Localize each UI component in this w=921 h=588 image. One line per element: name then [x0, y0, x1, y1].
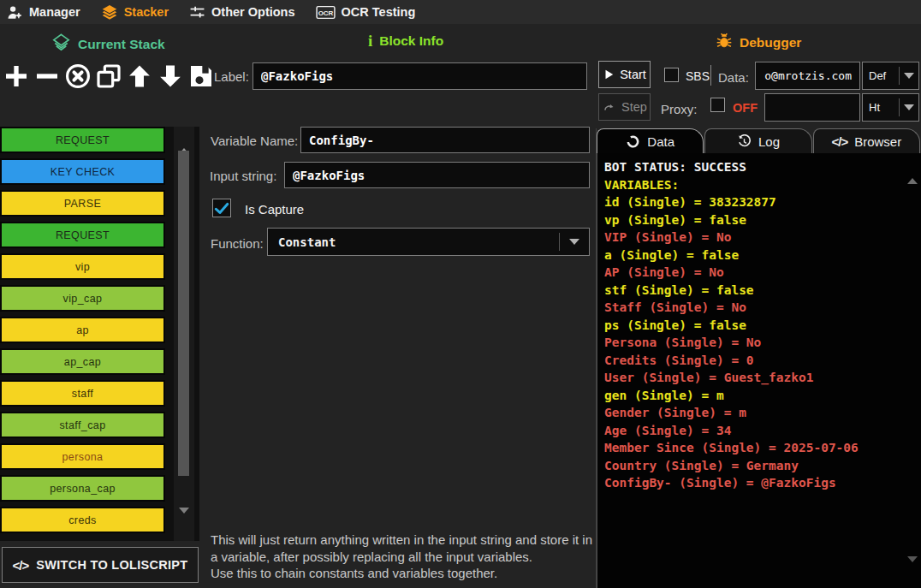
tab-log[interactable]: Log [704, 128, 811, 153]
stack-block[interactable]: ap [0, 317, 165, 343]
debug-output-line: BOT STATUS: SUCCESS [604, 158, 907, 176]
function-value: Constant [268, 235, 559, 249]
current-stack-header: Current Stack [51, 33, 165, 56]
stack-panel: REQUEST KEY CHECK PARSE REQUEST vip vip_… [0, 127, 199, 541]
menu-item-ocr-testing[interactable]: OCR OCR Testing [316, 5, 416, 20]
stack-block[interactable]: staff [0, 380, 165, 407]
debug-output-line: ConfigBy- (Single) = @FazkoFigs [604, 474, 907, 492]
remove-block-button[interactable] [33, 60, 62, 92]
test-data-input[interactable] [755, 62, 860, 90]
stack-toolbar [2, 60, 216, 92]
stack-block-list: REQUEST KEY CHECK PARSE REQUEST vip vip_… [0, 127, 165, 538]
stack-block[interactable]: REQUEST [0, 222, 165, 248]
stack-block[interactable]: PARSE [0, 190, 165, 217]
tab-data[interactable]: Data [597, 128, 704, 153]
debug-output-line: Member Since (Single) = 2025-07-06 [604, 439, 907, 457]
add-block-button[interactable] [2, 60, 31, 92]
label-caption: Label: [214, 69, 249, 84]
data-caption: Data: [718, 70, 749, 85]
menu-item-label: Manager [29, 5, 80, 19]
input-string-input[interactable] [284, 162, 590, 188]
stack-block[interactable]: staff_cap [0, 412, 165, 438]
debug-output-line: Persona (Single) = No [604, 334, 907, 352]
output-scroll-down[interactable] [907, 562, 918, 578]
proxy-input[interactable] [764, 93, 860, 122]
debug-output-line: ps (Single) = false [604, 317, 907, 335]
block-label-input[interactable] [253, 62, 587, 90]
debug-output-line: VARIABLES: [604, 176, 907, 194]
stack-block[interactable]: creds [0, 507, 165, 533]
stack-block[interactable]: ap_cap [0, 348, 165, 375]
menu-item-stacker[interactable]: Stacker [101, 3, 169, 21]
disable-block-button[interactable] [63, 60, 92, 92]
block-description: This will just return anything written i… [211, 532, 597, 582]
tab-label: Data [647, 134, 674, 149]
debug-output-line: stf (Single) = false [604, 282, 907, 300]
move-down-button[interactable] [156, 60, 185, 92]
wordlist-type-dropdown[interactable]: Def [862, 62, 919, 90]
debug-output-line: Staff (Single) = No [604, 299, 907, 317]
stack-scroll-thumb[interactable] [178, 151, 189, 476]
move-up-button[interactable] [125, 60, 154, 92]
save-button[interactable] [187, 60, 216, 92]
menu-item-other-options[interactable]: Other Options [189, 4, 294, 21]
sbs-checkbox[interactable] [664, 68, 679, 82]
start-button[interactable]: Start [598, 61, 651, 88]
step-button[interactable]: Step [598, 93, 651, 121]
proxy-type-dropdown[interactable]: Ht [862, 93, 919, 122]
tab-label: Browser [854, 134, 901, 149]
play-icon [603, 68, 615, 80]
bug-icon [716, 33, 733, 53]
debug-output-line: Gender (Single) = m [604, 404, 907, 422]
function-dropdown[interactable]: Constant [267, 228, 590, 256]
app-window: Manager Stacker Other Options [0, 0, 921, 588]
proxy-caption: Proxy: [661, 102, 698, 116]
debugger-output-text: BOT STATUS: SUCCESS VARIABLES: id (Singl… [604, 158, 907, 492]
stack-scrollbar [174, 127, 194, 541]
top-menu-bar: Manager Stacker Other Options [0, 0, 921, 24]
chevron-down-icon [900, 104, 918, 110]
code-icon: </> [13, 558, 29, 573]
menu-item-manager[interactable]: Manager [7, 4, 80, 21]
chevron-down-icon [900, 73, 918, 79]
stack-block[interactable]: vip [0, 253, 165, 280]
proxy-checkbox[interactable] [710, 98, 725, 112]
stack-block[interactable]: persona [0, 443, 165, 470]
proxy-status: OFF [733, 101, 758, 115]
stack-block[interactable]: REQUEST [0, 127, 165, 153]
debugger-tabs: Data Log </> Browser [597, 128, 921, 153]
stack-block[interactable]: persona_cap [0, 475, 165, 502]
output-scroll-up[interactable] [907, 163, 918, 179]
variable-name-input[interactable] [300, 127, 590, 153]
sliders-icon [189, 4, 205, 21]
stack-block[interactable]: vip_cap [0, 285, 165, 312]
switch-to-loliscript-button[interactable]: </> SWITCH TO LOLISCRIPT [2, 547, 199, 583]
controls-divider [710, 65, 711, 86]
sbs-label: SBS [686, 69, 710, 83]
input-string-caption: Input string: [210, 169, 276, 183]
chevron-down-icon [560, 239, 589, 245]
user-gear-icon [7, 4, 23, 21]
step-button-label: Step [621, 100, 647, 114]
clone-block-button[interactable] [94, 60, 123, 92]
debug-output-line: User (Single) = Guest_fazko1 [604, 369, 907, 387]
info-icon: i [368, 33, 372, 49]
tab-browser[interactable]: </> Browser [813, 128, 920, 153]
check-icon [213, 199, 230, 217]
debug-output-line: Credits (Single) = 0 [604, 352, 907, 370]
stack-scroll-down[interactable] [179, 514, 189, 529]
start-button-label: Start [620, 68, 646, 81]
debug-output-line: gen (Single) = m [604, 387, 907, 405]
debug-output-line: vp (Single) = false [604, 211, 907, 229]
menu-item-label: Other Options [211, 5, 294, 19]
is-capture-checkbox[interactable] [212, 199, 231, 217]
bot-circle-icon [626, 134, 640, 149]
debug-output-line: Country (Single) = Germany [604, 457, 907, 475]
debugger-header: Debugger [716, 33, 801, 53]
svg-text:OCR: OCR [318, 9, 333, 17]
block-info-header: i Block Info [368, 33, 443, 49]
debug-output-line: AP (Single) = No [604, 264, 907, 282]
diamond-stack-icon [51, 33, 71, 56]
stack-scroll-up[interactable] [179, 134, 189, 149]
stack-block[interactable]: KEY CHECK [0, 158, 165, 185]
